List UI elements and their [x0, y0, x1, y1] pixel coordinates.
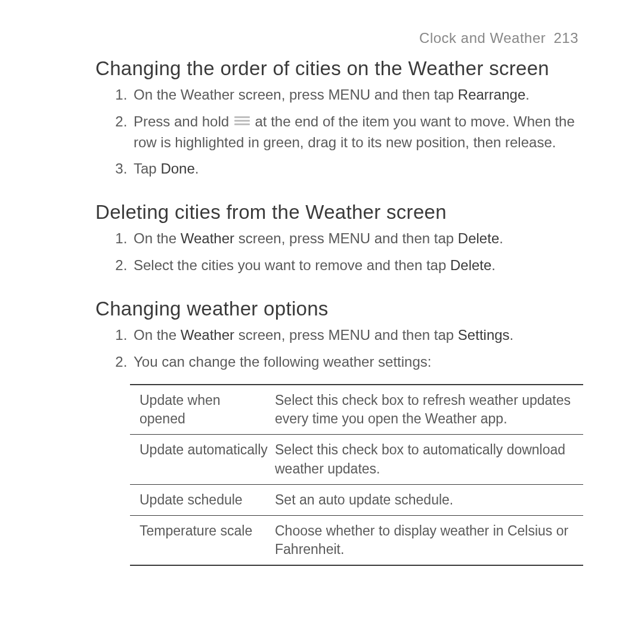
section-heading: Changing weather options [95, 298, 578, 320]
step-list: On the Weather screen, press MENU and th… [113, 85, 578, 179]
setting-desc: Select this check box to automatically d… [275, 435, 583, 484]
document-page: Clock and Weather 213 Changing the order… [0, 0, 644, 644]
list-item: Press and hold at the end of the item yo… [131, 112, 578, 153]
step-list: On the Weather screen, press MENU and th… [113, 228, 578, 276]
section-name: Clock and Weather [419, 30, 546, 46]
page-number: 213 [553, 30, 578, 46]
list-item: Select the cities you want to remove and… [131, 255, 578, 276]
setting-desc: Choose whether to display weather in Cel… [275, 515, 583, 565]
section-delete-cities: Deleting cities from the Weather screen … [95, 201, 578, 276]
setting-label: Update schedule [130, 484, 275, 515]
setting-label: Temperature scale [130, 515, 275, 565]
settings-table: Update when opened Select this check box… [130, 384, 583, 565]
setting-label: Update automatically [130, 435, 275, 484]
section-heading: Deleting cities from the Weather screen [95, 201, 578, 224]
setting-desc: Set an auto update schedule. [275, 484, 583, 515]
grip-lines-icon [234, 116, 250, 128]
section-heading: Changing the order of cities on the Weat… [95, 57, 578, 80]
step-list: On the Weather screen, press MENU and th… [113, 325, 578, 373]
table-row: Update schedule Set an auto update sched… [130, 484, 583, 515]
setting-desc: Select this check box to refresh weather… [275, 385, 583, 435]
setting-label: Update when opened [130, 385, 275, 435]
list-item: On the Weather screen, press MENU and th… [131, 228, 578, 249]
section-change-order: Changing the order of cities on the Weat… [95, 57, 578, 179]
table-row: Update when opened Select this check box… [130, 385, 583, 435]
list-item: On the Weather screen, press MENU and th… [131, 325, 578, 346]
section-weather-options: Changing weather options On the Weather … [95, 298, 578, 566]
table-row: Temperature scale Choose whether to disp… [130, 515, 583, 565]
table-row: Update automatically Select this check b… [130, 435, 583, 484]
list-item: Tap Done. [131, 159, 578, 179]
page-header: Clock and Weather 213 [95, 30, 578, 47]
list-item: On the Weather screen, press MENU and th… [131, 85, 578, 106]
list-item: You can change the following weather set… [131, 352, 578, 373]
